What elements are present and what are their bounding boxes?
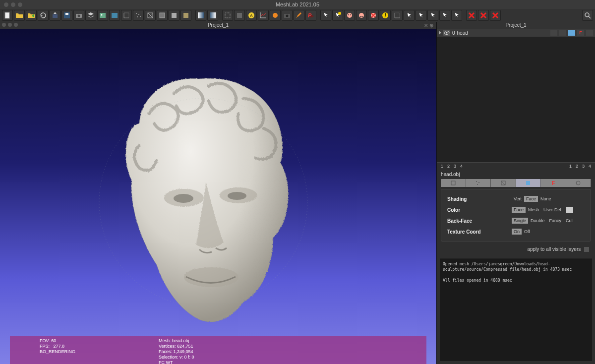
open-recent-icon[interactable]	[26, 10, 37, 21]
seltool1-icon[interactable]	[222, 10, 233, 21]
snapshot-camera-icon[interactable]	[73, 10, 84, 21]
texcoord-opts[interactable]: On Off	[512, 229, 532, 235]
shading-label: Shading	[447, 196, 512, 202]
apply-all-checkbox[interactable]	[584, 247, 589, 252]
cursor-d-icon[interactable]	[427, 10, 438, 21]
layer-panel-title[interactable]: Project_1	[437, 22, 595, 29]
viewport-tab[interactable]: Project_1 ✕ ⊕	[0, 22, 436, 29]
image-icon[interactable]	[97, 10, 108, 21]
smooth-icon[interactable]	[169, 10, 179, 21]
layer-index: 0	[452, 30, 455, 36]
save-disk-icon[interactable]	[61, 10, 72, 21]
svg-point-43	[228, 192, 246, 200]
color-swatch[interactable]	[566, 207, 573, 213]
export-icon[interactable]	[50, 10, 60, 21]
texture-icon[interactable]	[180, 10, 191, 21]
badge2-icon[interactable]	[559, 30, 566, 36]
delete-x2-icon[interactable]	[478, 10, 489, 21]
light-left-icon[interactable]	[195, 10, 206, 21]
log-output: Opened mesh /Users/jamesgreen/Downloads/…	[440, 258, 592, 361]
badge4-icon[interactable]: F	[577, 30, 584, 36]
flatlines-icon[interactable]	[157, 10, 168, 21]
camera2-icon[interactable]	[282, 10, 293, 21]
wireframe-icon[interactable]	[145, 10, 156, 21]
render-tab-solid[interactable]	[516, 179, 541, 187]
points-icon[interactable]	[133, 10, 144, 21]
new-file-icon[interactable]	[2, 10, 13, 21]
render-tab-box[interactable]	[441, 179, 466, 187]
svg-rect-52	[526, 181, 530, 185]
sphere-icon[interactable]	[270, 10, 281, 21]
svg-point-46	[446, 32, 448, 34]
info-icon[interactable]: i	[380, 10, 391, 21]
app-title: MeshLab 2021.05	[0, 1, 595, 7]
annotate-a-icon[interactable]: A	[246, 10, 257, 21]
svg-point-48	[476, 181, 477, 182]
sel-rect-icon[interactable]	[392, 10, 403, 21]
pen-icon[interactable]	[294, 10, 304, 21]
svg-rect-16	[172, 13, 177, 18]
delete-x1-icon[interactable]	[466, 10, 477, 21]
render-tab-edge[interactable]	[566, 179, 592, 187]
status-left: FOV: 60 FPS: 277.8 BO_RENDERING	[40, 338, 159, 362]
shading-opts[interactable]: Vert Face None	[512, 196, 553, 202]
light-right-icon[interactable]	[207, 10, 218, 21]
close-icon[interactable]: ✕ ⊕	[424, 22, 433, 29]
cursor-b-icon[interactable]	[404, 10, 415, 21]
svg-point-29	[338, 12, 341, 15]
badge3-icon[interactable]	[568, 30, 575, 36]
3d-viewport[interactable]: FOV: 60 FPS: 277.8 BO_RENDERING Mesh: he…	[0, 29, 436, 364]
render-tab-points[interactable]	[466, 179, 491, 187]
color-opts[interactable]: Face Mesh User-Def	[512, 207, 563, 213]
search-icon[interactable]	[582, 10, 593, 21]
svg-rect-9	[124, 13, 129, 18]
layer-row[interactable]: 0 head F	[437, 29, 595, 37]
render-tab-select[interactable]: F	[541, 179, 566, 187]
chart-icon[interactable]	[258, 10, 269, 21]
svg-point-10	[136, 13, 137, 14]
face-paint2-icon[interactable]	[356, 10, 367, 21]
image2-icon[interactable]	[109, 10, 120, 21]
svg-rect-37	[395, 13, 400, 18]
svg-rect-15	[160, 13, 165, 18]
cursor-e-icon[interactable]	[439, 10, 450, 21]
apply-all-row[interactable]: apply to all visible layers	[437, 243, 595, 255]
svg-point-31	[348, 14, 349, 15]
svg-text:i: i	[385, 13, 386, 18]
render-tab-wire[interactable]	[491, 179, 516, 187]
nums-right: 1234	[565, 163, 595, 170]
viewport-status: FOV: 60 FPS: 277.8 BO_RENDERING Mesh: he…	[10, 336, 426, 364]
layers-icon[interactable]	[85, 10, 96, 21]
texcoord-label: Texture Coord	[447, 229, 512, 235]
mask-delete-icon[interactable]	[368, 10, 379, 21]
layer-name: head	[457, 30, 468, 36]
color-label: Color	[447, 207, 512, 213]
svg-point-54	[576, 181, 580, 185]
svg-text:F: F	[552, 181, 555, 186]
backface-label: Back-Face	[447, 218, 512, 224]
cursor-c-icon[interactable]	[416, 10, 426, 21]
boundingbox-icon[interactable]	[121, 10, 132, 21]
badge1-icon[interactable]	[550, 30, 557, 36]
svg-point-30	[347, 13, 352, 18]
cursor-default-icon[interactable]	[320, 10, 331, 21]
seltool2-icon[interactable]	[234, 10, 245, 21]
cursor-a2-icon[interactable]	[332, 10, 343, 21]
backface-opts[interactable]: Single Double Fancy Cull	[512, 218, 576, 224]
reload-icon[interactable]	[38, 10, 49, 21]
expand-icon[interactable]	[439, 31, 441, 35]
face-paint-icon[interactable]	[344, 10, 355, 21]
render-mode-tabs[interactable]: F	[441, 179, 591, 187]
open-folder-icon[interactable]	[14, 10, 25, 21]
svg-rect-17	[183, 13, 188, 18]
svg-rect-1	[53, 14, 58, 18]
cursor-f-icon[interactable]	[451, 10, 462, 21]
pp-icon[interactable]: PP	[305, 10, 316, 21]
badge5-icon[interactable]	[586, 30, 593, 36]
delete-x3-icon[interactable]	[490, 10, 501, 21]
eye-icon[interactable]	[443, 30, 450, 36]
main-toolbar: A PP i	[0, 9, 595, 22]
layer-list: 0 head F	[437, 29, 595, 163]
render-props: Shading Vert Face None Color Face Mesh U…	[441, 189, 591, 242]
svg-point-11	[138, 14, 139, 15]
